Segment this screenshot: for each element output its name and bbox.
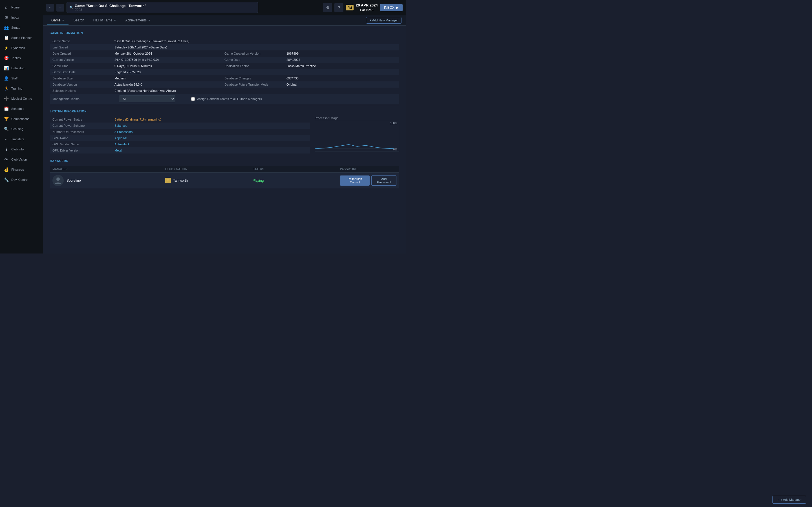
manageable-teams-dropdown[interactable]: All None Human Only — [119, 96, 175, 102]
processor-chart-section: Processor Usage 100% 0% — [315, 116, 399, 152]
managers-section-title: MANAGERS — [50, 159, 399, 163]
gpu-vendor-row: GPU Vendor Name Autoselect — [50, 141, 310, 147]
tab-hall_of_fame[interactable]: Hall of Fame▼ — [89, 16, 120, 25]
power-status-label: Current Power Status — [52, 118, 114, 121]
divider-1 — [50, 105, 399, 105]
game-name-row: Game Name "Sort It Out SI Challenge - Ta… — [50, 38, 399, 44]
db-size-label: Database Size — [52, 76, 114, 80]
db-future-transfer-value: Original — [287, 83, 396, 86]
date-block: 20 APR 2024 Sat 16:45 — [356, 3, 378, 12]
sidebar-icon-staff: 👤 — [3, 75, 9, 81]
gpu-driver-value: Metal — [114, 149, 180, 152]
status-col-header: STATUS — [253, 168, 340, 171]
sidebar-item-schedule[interactable]: 📅 Schedule — [0, 104, 43, 114]
sidebar-label-home: Home — [11, 6, 19, 9]
sidebar-item-training[interactable]: 🏃 Training — [0, 83, 43, 94]
back-button[interactable]: ← — [46, 4, 54, 11]
sidebar-icon-competitions: 🏆 — [3, 116, 9, 122]
sidebar-icon-data_hub: 📊 — [3, 65, 9, 71]
db-size-value: Medium — [114, 76, 224, 80]
manageable-teams-row: Manageable Teams All None Human Only Ass… — [50, 94, 399, 104]
sidebar-item-home[interactable]: ⌂ Home — [0, 2, 43, 12]
game-time-value: 0 Days, 9 Hours, 0 Minutes — [114, 64, 224, 68]
game-name-value: "Sort It Out SI Challenge - Tamworth" (s… — [114, 40, 396, 43]
system-info-section-title: SYSTEM INFORMATION — [50, 110, 399, 113]
tab-label-achievements: Achievements — [125, 18, 147, 22]
sidebar-icon-home: ⌂ — [3, 4, 9, 10]
assign-random-checkbox[interactable] — [191, 97, 195, 101]
sidebar-icon-club_vision: 👁 — [3, 157, 9, 162]
system-info-table: Current Power Status Battery (Draining: … — [50, 116, 310, 154]
processor-count-value: 8 Processors — [114, 130, 180, 133]
sidebar-item-competitions[interactable]: 🏆 Competitions — [0, 114, 43, 124]
sidebar-item-club_info[interactable]: ℹ Club Info — [0, 144, 43, 154]
sidebar-label-tactics: Tactics — [11, 56, 21, 60]
tab-game[interactable]: Game▼ — [47, 16, 68, 25]
sidebar-label-transfers: Transfers — [11, 137, 24, 141]
sidebar-label-club_vision: Club Vision — [11, 158, 27, 161]
last-saved-value: Saturday 20th April 2024 (Game Date) — [114, 46, 396, 49]
inbox-button[interactable]: INBOX ▶ — [380, 4, 403, 11]
game-start-value: England - 3/7/2023 — [114, 70, 224, 74]
managers-table-header: MANAGER CLUB / NATION STATUS PASSWORD — [50, 166, 399, 173]
game-start-label: Game Start Date — [52, 70, 114, 74]
sidebar-item-medical_centre[interactable]: ➕ Medical Centre — [0, 94, 43, 104]
gpu-vendor-value: Autoselect — [114, 143, 180, 146]
sidebar-item-data_hub[interactable]: 📊 Data Hub — [0, 63, 43, 73]
assign-random-label: Assign Random Teams to all Human Manager… — [197, 97, 262, 101]
sidebar-item-scouting[interactable]: 🔍 Scouting — [0, 124, 43, 134]
power-status-row: Current Power Status Battery (Draining: … — [50, 116, 310, 122]
sidebar-label-squad: Squad — [11, 26, 20, 29]
help-icon-button[interactable]: ⚙ — [323, 3, 332, 12]
question-icon-button[interactable]: ? — [335, 3, 343, 12]
sidebar-icon-squad: 👥 — [3, 25, 9, 31]
dedication-factor-value: Lacks Match Practice — [287, 64, 396, 68]
gpu-driver-row: GPU Driver Version Metal — [50, 147, 310, 154]
sidebar-item-dynamics[interactable]: ⚡ Dynamics — [0, 43, 43, 53]
inbox-arrow-icon: ▶ — [396, 6, 399, 10]
sidebar-icon-tactics: 🎯 — [3, 55, 9, 61]
last-saved-row: Last Saved Saturday 20th April 2024 (Gam… — [50, 44, 399, 50]
dedication-factor-label: Dedication Factor — [224, 64, 287, 68]
sidebar-icon-squad_planner: 📋 — [3, 35, 9, 41]
add-password-button[interactable]: Add Password — [371, 175, 396, 186]
assign-random-section: Assign Random Teams to all Human Manager… — [191, 97, 262, 101]
processor-chart-svg — [315, 126, 394, 152]
time-display: Sat 16:45 — [356, 8, 378, 12]
club-badge: T — [165, 178, 171, 183]
sidebar-item-tactics[interactable]: 🎯 Tactics — [0, 53, 43, 63]
current-version-label: Current Version — [52, 58, 114, 61]
main-content: GAME INFORMATION Game Name "Sort It Out … — [43, 26, 406, 253]
tab-label-game: Game — [51, 18, 61, 22]
tab-arrow-hall_of_fame: ▼ — [114, 19, 116, 22]
sidebar-icon-schedule: 📅 — [3, 106, 9, 112]
sidebar-item-squad_planner[interactable]: 📋 Squad Planner — [0, 33, 43, 43]
sidebar-item-inbox[interactable]: ✉ Inbox — [0, 12, 43, 22]
game-name-label: Game Name — [52, 40, 114, 43]
processor-chart: 100% 0% — [315, 121, 399, 152]
relinquish-control-button[interactable]: Relinquish Control — [340, 175, 370, 186]
tab-label-hall_of_fame: Hall of Fame — [93, 18, 112, 22]
current-version-row: Current Version 24.4.0+1967899 (m.e v24.… — [50, 57, 399, 63]
sidebar-label-finances: Finances — [11, 168, 24, 171]
sidebar-label-club_info: Club Info — [11, 148, 24, 151]
action-buttons: Relinquish Control Add Password — [340, 175, 396, 186]
tab-search[interactable]: Search — [70, 16, 88, 25]
sidebar-icon-transfers: ↔ — [3, 136, 9, 142]
db-version-value: Actualización 24.3.0 — [114, 83, 224, 86]
tab-achievements[interactable]: Achievements▼ — [121, 16, 154, 25]
manager-name: Socretino — [66, 179, 81, 182]
sidebar-label-staff: Staff — [11, 76, 17, 80]
sidebar: ⌂ Home ✉ Inbox 👥 Squad 📋 Squad Planner ⚡… — [0, 0, 43, 253]
forward-button[interactable]: → — [56, 4, 64, 11]
sidebar-item-squad[interactable]: 👥 Squad — [0, 22, 43, 33]
sidebar-icon-dev_centre: 🔧 — [3, 177, 9, 182]
sidebar-icon-scouting: 🔍 — [3, 126, 9, 132]
sidebar-item-finances[interactable]: 💰 Finances — [0, 165, 43, 175]
password-col-header: PASSWORD — [340, 168, 396, 171]
sidebar-item-dev_centre[interactable]: 🔧 Dev. Centre — [0, 175, 43, 185]
sidebar-item-club_vision[interactable]: 👁 Club Vision — [0, 154, 43, 165]
add-new-manager-button[interactable]: + Add New Manager — [366, 17, 402, 24]
sidebar-item-transfers[interactable]: ↔ Transfers — [0, 134, 43, 144]
sidebar-item-staff[interactable]: 👤 Staff — [0, 73, 43, 83]
